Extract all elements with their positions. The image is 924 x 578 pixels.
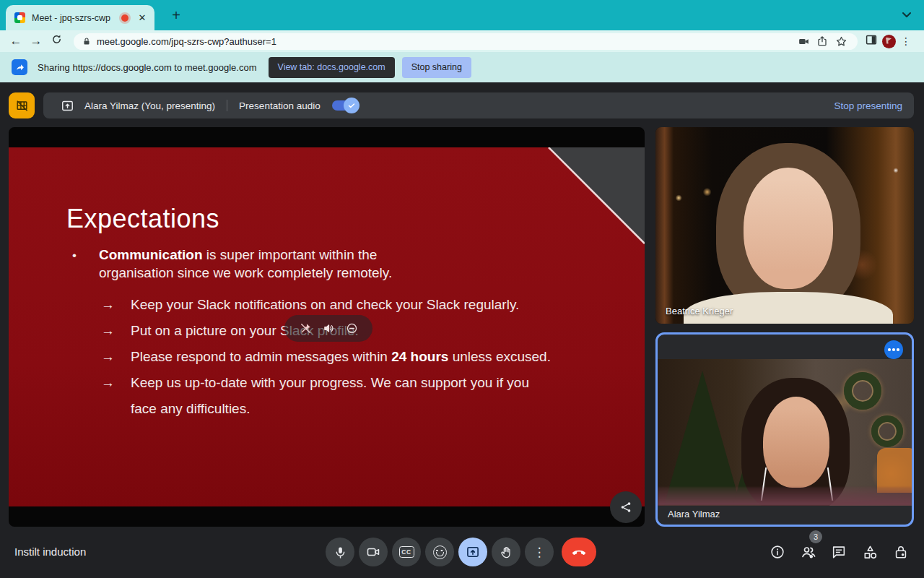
tile-options-button[interactable] — [884, 340, 903, 359]
tab-share-icon — [12, 59, 27, 75]
slide-title: Expectations — [66, 204, 219, 234]
lock-icon — [82, 37, 91, 46]
toggle-thumb — [344, 98, 359, 113]
meet-favicon-icon — [14, 12, 25, 23]
recording-indicator-icon — [121, 14, 128, 22]
slide-sub-bullet: →Keep us up-to-date with your progress. … — [101, 370, 563, 422]
lock-settings-icon — [893, 544, 909, 560]
chat-icon — [831, 544, 847, 560]
presentation-hidden-warning-button[interactable] — [9, 92, 35, 118]
browser-tab[interactable]: Meet - jpq-szrs-cwp ✕ — [6, 5, 154, 30]
presentation-audio-label: Presentation audio — [239, 100, 321, 111]
mic-button[interactable] — [326, 538, 354, 566]
present-button[interactable] — [458, 538, 487, 566]
captions-button[interactable]: CC — [392, 538, 421, 566]
people-icon — [800, 543, 817, 561]
url-text: meet.google.com/jpq-szrs-cwp?authuser=1 — [97, 36, 794, 47]
bookmark-star-icon[interactable] — [832, 35, 850, 48]
participant-tile-alara[interactable]: Alara Yilmaz — [655, 332, 914, 527]
new-tab-button[interactable]: + — [167, 7, 186, 25]
participant-video-detail — [658, 487, 912, 506]
chat-button[interactable] — [830, 543, 847, 561]
browser-tab-strip: Meet - jpq-szrs-cwp ✕ + — [0, 0, 924, 30]
more-options-button[interactable]: ⋮ — [525, 538, 554, 566]
slide: Expectations • Communication is super im… — [9, 147, 645, 506]
end-call-icon — [571, 544, 587, 560]
presenting-bar: Alara Yilmaz (You, presenting) Presentat… — [43, 92, 914, 118]
captions-icon: CC — [399, 546, 414, 558]
presenter-label: Alara Yilmaz (You, presenting) — [84, 100, 215, 111]
reactions-button[interactable] — [425, 538, 454, 566]
wreath — [844, 372, 881, 410]
tab-close-icon[interactable]: ✕ — [136, 12, 149, 25]
raise-hand-button[interactable] — [492, 538, 520, 566]
host-controls-button[interactable] — [892, 543, 910, 561]
volume-icon[interactable] — [323, 322, 335, 335]
presentation-tile[interactable]: Expectations • Communication is super im… — [9, 127, 645, 527]
arrow-bullet-icon: → — [101, 370, 131, 422]
chevron-down-icon[interactable] — [899, 7, 914, 25]
participant-video-detail — [763, 397, 829, 488]
slide-sub-bullet: →Keep your Slack notifications on and ch… — [101, 292, 563, 318]
profile-avatar[interactable] — [882, 35, 896, 48]
sharing-message: Sharing https://docs.google.com to meet.… — [38, 62, 257, 73]
participant-video-detail — [877, 448, 912, 493]
reload-button[interactable] — [46, 34, 66, 48]
unpin-icon[interactable] — [300, 322, 312, 335]
view-tab-button[interactable]: View tab: docs.google.com — [269, 57, 395, 78]
camera-icon — [366, 545, 380, 559]
remove-tile-icon[interactable] — [346, 322, 358, 335]
activities-button[interactable] — [861, 543, 879, 561]
side-panel-icon[interactable] — [865, 33, 878, 49]
arrow-bullet-icon: → — [101, 318, 131, 344]
participant-video-detail — [744, 168, 833, 289]
leave-call-button[interactable] — [562, 538, 596, 566]
meeting-name: Instilt induction — [14, 545, 86, 558]
stop-sharing-button[interactable]: Stop sharing — [402, 57, 471, 78]
camera-in-use-icon[interactable] — [794, 35, 813, 48]
present-icon — [466, 545, 480, 559]
camera-button[interactable] — [359, 538, 388, 566]
url-bar[interactable]: meet.google.com/jpq-szrs-cwp?authuser=1 — [74, 33, 858, 50]
meeting-details-button[interactable] — [769, 543, 786, 561]
share-page-icon[interactable] — [813, 35, 832, 47]
forward-button[interactable]: → — [26, 34, 46, 48]
back-button[interactable]: ← — [6, 34, 26, 48]
show-people-button[interactable] — [800, 543, 817, 561]
share-icon — [619, 501, 632, 514]
more-options-icon: ⋮ — [533, 546, 546, 558]
browser-menu-icon[interactable]: ⋮ — [900, 35, 912, 47]
emoji-icon — [433, 545, 447, 559]
bullet-dot-icon: • — [72, 246, 99, 282]
divider — [227, 100, 227, 111]
participant-video — [658, 359, 912, 506]
arrow-bullet-icon: → — [101, 292, 131, 318]
stop-presenting-button[interactable]: Stop presenting — [834, 100, 902, 111]
tab-sharing-banner: Sharing https://docs.google.com to meet.… — [0, 52, 924, 82]
presentation-audio-toggle[interactable] — [332, 100, 357, 111]
share-button[interactable] — [610, 491, 642, 523]
present-screen-icon — [61, 99, 74, 113]
participant-name: Beatrice Krieger — [666, 306, 733, 316]
activities-icon — [862, 544, 879, 561]
tab-title: Meet - jpq-szrs-cwp — [32, 13, 118, 23]
tile-hover-controls — [284, 315, 372, 342]
slide-corner-decoration — [542, 147, 645, 247]
participant-tile-beatrice[interactable]: Beatrice Krieger — [655, 127, 914, 324]
grid-off-icon — [15, 99, 29, 113]
wreath — [871, 415, 903, 447]
mic-icon — [334, 545, 347, 559]
people-count-badge: 3 — [809, 530, 822, 543]
hand-icon — [500, 545, 513, 559]
slide-main-bullet: • Communication is super important withi… — [72, 246, 445, 282]
screen: Meet - jpq-szrs-cwp ✕ + ← → meet.google.… — [0, 0, 924, 578]
browser-toolbar: ← → meet.google.com/jpq-szrs-cwp?authuse… — [0, 30, 924, 52]
participant-name: Alara Yilmaz — [668, 509, 720, 519]
slide-sub-bullets: →Keep your Slack notifications on and ch… — [101, 292, 563, 422]
slide-sub-bullet: →Please respond to admin messages within… — [101, 344, 563, 370]
info-icon — [770, 544, 785, 560]
arrow-bullet-icon: → — [101, 344, 131, 370]
